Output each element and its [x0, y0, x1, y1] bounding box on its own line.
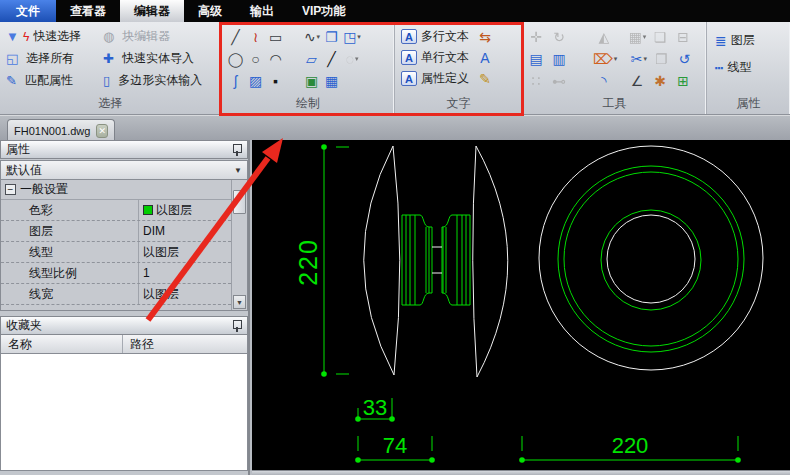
document-tab-bar: FH01N001.dwg ✕	[0, 115, 790, 140]
single-text-button[interactable]: A 单行文本	[401, 47, 469, 68]
preset-combobox[interactable]: 默认值 ▼	[0, 160, 248, 180]
tab-close-icon[interactable]: ✕	[96, 124, 108, 138]
menu-file[interactable]: 文件	[0, 0, 56, 22]
tool-icon: ▨	[249, 74, 262, 88]
ribbon: ▼ϟ 快速选择 ◍ 块编辑器 ◱ 选择所有 ✚ 快速实体导入	[0, 22, 790, 115]
select-all-button[interactable]: ◱ 选择所有	[6, 48, 103, 69]
layers-button[interactable]: ≣ 图层	[715, 30, 790, 51]
image-tool[interactable]: ▣	[302, 71, 322, 91]
ribbon-group-properties: ≣ 图层 ┅ 线型 属性	[707, 22, 790, 114]
property-row[interactable]: 线型比例 1	[1, 263, 231, 284]
property-row[interactable]: 线型 以图层	[1, 242, 231, 263]
tool-icon: ❐	[325, 30, 338, 44]
column-header-path[interactable]: 路径	[123, 335, 154, 353]
boundary-tool[interactable]: ◳▾	[342, 27, 362, 47]
tool-icon: ✚	[103, 51, 114, 66]
document-tab[interactable]: FH01N001.dwg ✕	[7, 119, 115, 141]
polygon-entity-input-button[interactable]: ▯ 多边形实体输入	[103, 70, 228, 91]
front-view-circles	[539, 146, 763, 370]
edit-text-button[interactable]: ✎	[475, 68, 495, 89]
menu-viewer[interactable]: 查看器	[56, 0, 120, 22]
gradient-line-tool[interactable]: ╱	[322, 49, 342, 69]
stretch-tool[interactable]: ∷	[525, 71, 548, 91]
dimension-text-outer-diameter: 220	[612, 433, 649, 458]
nested-copy-tool[interactable]: ⊟	[672, 27, 695, 47]
menu-vip[interactable]: VIP功能	[288, 0, 359, 22]
match-properties-button[interactable]: ✎ 匹配属性	[6, 70, 103, 91]
column-header-name[interactable]: 名称	[1, 335, 123, 353]
tool-icon: ✛	[530, 30, 542, 44]
scale-tool[interactable]: ⊷	[548, 71, 571, 91]
paste-block-button[interactable]: ▥	[548, 49, 571, 69]
rectangle-tool[interactable]: ▭	[266, 27, 286, 47]
property-row[interactable]: 图层 DIM	[1, 221, 231, 242]
tool-icon: ▼	[6, 29, 19, 44]
paste-button[interactable]: ▤	[525, 49, 548, 69]
spline-tool[interactable]: ʃ	[226, 71, 246, 91]
linetype-button[interactable]: ┅ 线型	[715, 57, 790, 78]
mtext-button[interactable]: A 多行文本	[401, 26, 469, 47]
collapse-icon[interactable]: −	[5, 184, 16, 195]
side-view-hub-left	[402, 215, 432, 305]
table-tool[interactable]: ▦	[322, 71, 342, 91]
ribbon-group-draw: ╱ ≀ ▭ ∿▾ ❐ ◳▾ ◯ ○ ◠ ▱ ╱	[222, 22, 395, 114]
array-tool[interactable]: ▦▾	[626, 27, 649, 47]
quick-select-button[interactable]: ▼ϟ 快速选择	[6, 26, 103, 47]
blend-tool[interactable]: ◌▾	[342, 49, 362, 69]
rotate-tool[interactable]: ↻	[548, 27, 571, 47]
sketch-tool[interactable]: ≀	[246, 27, 266, 47]
scrollbar-vertical[interactable]: ▼	[231, 180, 247, 310]
arc-tool[interactable]: ◠	[266, 49, 286, 69]
line-tool[interactable]: ╱	[226, 27, 246, 47]
copy-nested-tool[interactable]: ❐	[650, 49, 673, 69]
menu-advanced[interactable]: 高级	[184, 0, 236, 22]
scrollbar-horizontal[interactable]	[252, 470, 790, 475]
block-editor-button[interactable]: ◍ 块编辑器	[103, 26, 228, 47]
point-tool[interactable]: ▪	[266, 71, 286, 91]
drawing-canvas[interactable]: 220	[252, 140, 790, 475]
text-style-button[interactable]: A	[475, 47, 495, 68]
tool-icon: ▥	[552, 52, 565, 66]
property-group-label: 一般设置	[20, 181, 68, 198]
tool-icon: ◠	[269, 52, 281, 66]
scrollbar-thumb[interactable]	[233, 190, 246, 214]
ellipse-tool[interactable]: ○	[246, 49, 266, 69]
menu-editor[interactable]: 编辑器	[120, 0, 184, 22]
text-scale-button[interactable]: ⇆	[475, 26, 495, 47]
polyline-tool[interactable]: ∿▾	[302, 27, 322, 47]
tool-icon: ❐	[655, 52, 668, 66]
tool-icon: ⇆	[479, 30, 491, 44]
wipeout-tool[interactable]: ▱	[302, 49, 322, 69]
insert-block-button[interactable]: ⊞	[672, 71, 695, 91]
hatch-tool[interactable]: ▨	[246, 71, 266, 91]
move-tool[interactable]: ✛	[525, 27, 548, 47]
circle-tool[interactable]: ◯	[226, 49, 246, 69]
attribute-define-button[interactable]: A 属性定义	[401, 68, 469, 89]
group-label-select: 选择	[0, 95, 221, 112]
pin-icon[interactable]	[231, 319, 242, 332]
tool-icon: ≣	[715, 33, 727, 49]
favorites-list[interactable]	[0, 354, 248, 471]
trim-tool[interactable]: ✂▾	[627, 49, 650, 69]
tool-icon: ∷	[532, 74, 541, 88]
group-label-tools: 工具	[523, 95, 706, 112]
copy-tool[interactable]: ❏	[649, 27, 672, 47]
tool-icon: ⊞	[677, 74, 689, 88]
quick-entity-import-button[interactable]: ✚ 快速实体导入	[103, 48, 228, 69]
menu-output[interactable]: 输出	[236, 0, 288, 22]
property-row[interactable]: 色彩 以图层	[1, 200, 231, 221]
tool-icon: ▪	[273, 74, 278, 88]
explode-tool[interactable]: ✱	[649, 71, 672, 91]
copy-entity-tool[interactable]: ❐	[322, 27, 342, 47]
pin-icon[interactable]	[231, 143, 242, 156]
erase-tool[interactable]: ⌦▾	[593, 49, 617, 69]
side-view-hub-right	[442, 215, 470, 305]
group-label-draw: 绘制	[222, 95, 394, 112]
chamfer-tool[interactable]: ∠	[626, 71, 649, 91]
fillet-tool[interactable]: ◝	[593, 71, 616, 91]
property-group-row[interactable]: − 一般设置	[1, 180, 231, 200]
mirror-tool[interactable]: ◭	[593, 27, 616, 47]
scroll-down-icon[interactable]: ▼	[233, 295, 246, 309]
offset-tool[interactable]: ↺	[673, 49, 696, 69]
property-row[interactable]: 线宽 以图层	[1, 284, 231, 305]
